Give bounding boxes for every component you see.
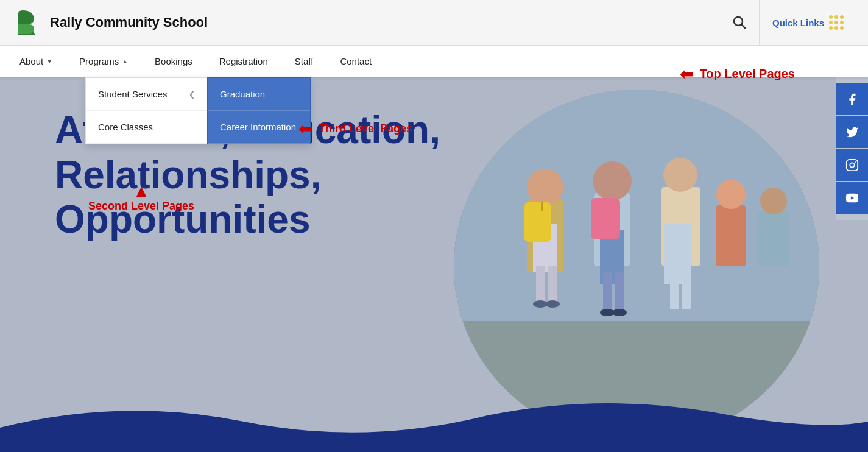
- svg-point-13: [663, 158, 697, 192]
- second-level-label: Second Level Pages: [88, 200, 194, 213]
- search-icon: [732, 15, 747, 30]
- svg-point-18: [760, 188, 787, 214]
- svg-rect-11: [591, 198, 620, 239]
- nav-item-about[interactable]: About ▼: [6, 46, 66, 77]
- svg-point-32: [855, 161, 856, 163]
- third-level-annotation: ⬅ Third Level Pages: [298, 119, 412, 139]
- nav-item-staff[interactable]: Staff: [281, 46, 327, 77]
- svg-rect-23: [670, 266, 679, 309]
- facebook-icon[interactable]: [836, 83, 868, 115]
- third-level-arrow: ⬅: [298, 119, 312, 139]
- dropdown-level2: Student Services ❮ Core Classes: [85, 77, 207, 144]
- third-level-label: Third Level Pages: [319, 122, 412, 135]
- programs-dropdown-arrow: ▲: [122, 58, 128, 65]
- svg-line-1: [741, 24, 746, 29]
- dropdown-menu: Student Services ❮ Core Classes Graduati…: [85, 77, 311, 144]
- dropdown-item-student-services[interactable]: Student Services ❮: [86, 78, 207, 111]
- nav-item-bookings[interactable]: Bookings: [141, 46, 206, 77]
- second-level-arrow: ▲: [133, 183, 150, 200]
- svg-point-5: [527, 169, 563, 205]
- top-level-arrow: ⬅: [680, 64, 694, 84]
- quick-links-label: Quick Links: [772, 18, 824, 28]
- logo-icon: [12, 7, 43, 38]
- nav-item-programs[interactable]: Programs ▲: [66, 46, 141, 77]
- svg-point-16: [716, 180, 746, 209]
- svg-rect-22: [615, 272, 624, 312]
- social-bar: [836, 77, 868, 220]
- svg-point-0: [734, 17, 743, 26]
- students-svg: [454, 90, 819, 443]
- svg-point-26: [545, 300, 560, 308]
- chevron-right-icon: ❮: [189, 90, 195, 99]
- svg-rect-19: [536, 266, 545, 303]
- about-dropdown-arrow: ▼: [46, 58, 52, 65]
- students-image: [454, 90, 819, 443]
- site-title: Rally Community School: [50, 15, 208, 30]
- dropdown-item-career-info[interactable]: Career Information: [208, 111, 310, 144]
- nav-item-contact[interactable]: Contact: [326, 46, 385, 77]
- top-level-label: Top Level Pages: [700, 67, 795, 81]
- hero-image-circle: [454, 90, 819, 443]
- svg-rect-30: [847, 160, 858, 171]
- top-level-annotation: ⬅ Top Level Pages: [680, 64, 795, 84]
- site-header: Rally Community School Quick Links: [0, 0, 868, 46]
- dropdown-item-graduation[interactable]: Graduation: [208, 78, 310, 111]
- svg-point-28: [612, 309, 627, 316]
- svg-rect-24: [682, 266, 691, 309]
- youtube-icon[interactable]: [836, 182, 868, 214]
- svg-rect-15: [716, 205, 746, 266]
- svg-rect-21: [603, 272, 612, 312]
- header-right: Quick Links: [720, 0, 856, 46]
- logo-area: Rally Community School: [12, 7, 720, 38]
- svg-rect-7: [524, 202, 551, 242]
- twitter-icon[interactable]: [836, 116, 868, 148]
- second-level-annotation: ▲ Second Level Pages: [88, 183, 194, 213]
- hero-wave: [0, 391, 868, 452]
- dots-grid-icon: [829, 15, 844, 30]
- svg-rect-20: [548, 266, 557, 303]
- svg-rect-17: [758, 211, 789, 266]
- dropdown-level3: Graduation Career Information: [207, 77, 311, 144]
- nav-item-registration[interactable]: Registration: [206, 46, 281, 77]
- search-button[interactable]: [720, 9, 759, 36]
- instagram-icon[interactable]: [836, 149, 868, 181]
- svg-point-31: [850, 163, 854, 167]
- dropdown-item-core-classes[interactable]: Core Classes: [86, 111, 207, 144]
- svg-point-9: [593, 161, 632, 200]
- quick-links-button[interactable]: Quick Links: [759, 0, 856, 46]
